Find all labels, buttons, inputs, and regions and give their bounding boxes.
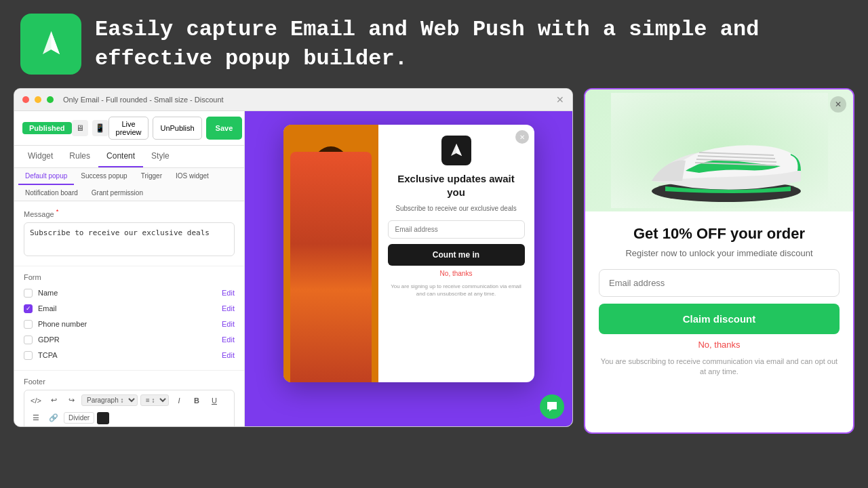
popup-title: Exclusive updates await you	[388, 172, 525, 199]
minimize-dot[interactable]	[35, 96, 41, 103]
form-row-phone: Phone number Edit	[24, 317, 235, 332]
chat-icon	[546, 401, 558, 413]
window-title: Only Email - Full rounded - Small size -…	[63, 96, 224, 104]
tab-ios-widget[interactable]: IOS widget	[169, 168, 216, 185]
checkbox-tcpa[interactable]	[24, 351, 33, 360]
shoe-cta-button[interactable]: Claim discount	[599, 304, 840, 334]
popup-logo	[441, 136, 471, 165]
popup-email-input[interactable]	[388, 220, 525, 239]
svg-rect-0	[283, 125, 378, 382]
builder-titlebar: Only Email - Full rounded - Small size -…	[14, 89, 572, 111]
label-phone: Phone number	[38, 320, 87, 328]
toolbar-buttons: Live preview UnPublish Save	[108, 117, 243, 140]
svg-point-3	[313, 162, 330, 209]
form-section: Form Name Edit Email Edit	[14, 266, 244, 371]
tab-notification-board[interactable]: Notification board	[18, 185, 85, 201]
tab-widget[interactable]: Widget	[20, 146, 61, 167]
chat-bubble[interactable]	[540, 394, 564, 419]
form-row-email: Email Edit	[24, 301, 235, 317]
popup-image-side	[283, 125, 378, 382]
header-title: Easily capture Email and Web Push with a…	[95, 15, 848, 73]
checkbox-email[interactable]	[24, 304, 33, 313]
unpublish-button[interactable]: UnPublish	[153, 117, 201, 140]
builder-toolbar: Published 🖥 📱 Live preview UnPublish Sav…	[14, 111, 244, 146]
popup-cta-button[interactable]: Count me in	[388, 244, 525, 266]
popup-footer-text: You are signing up to receive communicat…	[388, 283, 525, 298]
popup-preview: ✕	[283, 125, 534, 382]
edit-email-link[interactable]: Edit	[222, 304, 235, 312]
link-tool[interactable]: 🔗	[46, 411, 61, 426]
popup-no-thanks[interactable]: No, thanks	[440, 270, 473, 277]
content-sub-tabs: Default popup Success popup Trigger IOS …	[14, 168, 244, 201]
mobile-icon[interactable]: 📱	[92, 120, 108, 136]
message-section: Message * Subscribe to receive our exclu…	[14, 201, 244, 266]
popup-logo-icon	[447, 141, 466, 160]
paragraph-select[interactable]: Paragraph ↕	[81, 394, 138, 406]
divider-button[interactable]: Divider	[64, 412, 94, 424]
woman-figure-svg	[283, 125, 378, 382]
svg-point-7	[357, 323, 370, 340]
checkbox-name[interactable]	[24, 289, 33, 298]
label-email: Email	[38, 304, 57, 312]
svg-point-2	[313, 146, 349, 184]
italic-tool[interactable]: I	[172, 393, 186, 408]
underline-tool[interactable]: U	[207, 393, 222, 408]
shoe-footer-text: You are subscribing to receive communica…	[599, 357, 840, 378]
svg-point-4	[332, 162, 349, 209]
popup-subtitle: Subscribe to receive our exclusive deals	[395, 204, 516, 214]
builder-body: Published 🖥 📱 Live preview UnPublish Sav…	[14, 111, 572, 427]
tab-default-popup[interactable]: Default popup	[18, 168, 74, 185]
tab-style[interactable]: Style	[143, 146, 178, 167]
form-row-name: Name Edit	[24, 285, 235, 301]
tab-grant-permission[interactable]: Grant permission	[85, 185, 150, 201]
builder-preview: ✕	[245, 111, 572, 427]
form-label: Form	[24, 273, 235, 281]
desktop-icon[interactable]: 🖥	[72, 120, 88, 136]
main-area: Only Email - Full rounded - Small size -…	[0, 88, 868, 434]
tab-content[interactable]: Content	[98, 146, 143, 167]
svg-point-1	[314, 159, 348, 199]
fullscreen-dot[interactable]	[47, 96, 54, 103]
footer-toolbar: </> ↩ ↪ Paragraph ↕ ≡ ↕ I B U ☰ 🔗 Divide…	[24, 390, 235, 427]
window-close-icon[interactable]: ✕	[556, 94, 564, 105]
save-button[interactable]: Save	[206, 117, 243, 140]
footer-section: Footer </> ↩ ↪ Paragraph ↕ ≡ ↕ I B U ☰ 🔗…	[14, 371, 244, 427]
message-textarea[interactable]: Subscribe to receive our exclusive deals	[24, 222, 235, 256]
redo-tool[interactable]: ↪	[64, 393, 79, 408]
checkbox-gdpr[interactable]	[24, 336, 33, 344]
tab-success-popup[interactable]: Success popup	[74, 168, 134, 185]
edit-gdpr-link[interactable]: Edit	[222, 336, 235, 344]
code-tool[interactable]: </>	[28, 393, 43, 408]
edit-name-link[interactable]: Edit	[222, 289, 235, 297]
shoe-no-thanks[interactable]: No, thanks	[599, 340, 840, 350]
list-tool[interactable]: ☰	[28, 411, 43, 426]
edit-tcpa-link[interactable]: Edit	[222, 351, 235, 359]
undo-tool[interactable]: ↩	[46, 393, 61, 408]
close-dot[interactable]	[22, 96, 29, 103]
align-select[interactable]: ≡ ↕	[140, 394, 169, 406]
message-label: Message *	[24, 208, 235, 218]
logo-icon	[33, 26, 70, 63]
shoe-image-svg	[611, 93, 828, 208]
edit-phone-link[interactable]: Edit	[222, 320, 235, 328]
bold-tool[interactable]: B	[189, 393, 204, 408]
shoe-close-button[interactable]: ✕	[830, 96, 846, 113]
builder-sidebar: Published 🖥 📱 Live preview UnPublish Sav…	[14, 111, 245, 427]
popup-close-button[interactable]: ✕	[515, 130, 529, 144]
toolbar-icons: 🖥 📱	[72, 120, 108, 136]
form-row-tcpa: TCPA Edit	[24, 348, 235, 363]
checkbox-phone[interactable]	[24, 320, 33, 329]
builder-panel: Only Email - Full rounded - Small size -…	[14, 88, 573, 427]
svg-point-5	[316, 163, 346, 198]
color-picker[interactable]	[97, 412, 109, 424]
tab-rules[interactable]: Rules	[61, 146, 98, 167]
builder-main-tabs: Widget Rules Content Style	[14, 146, 244, 168]
shoe-image-area	[585, 89, 853, 211]
label-gdpr: GDPR	[38, 336, 60, 344]
shoe-title: Get 10% OFF your order	[599, 225, 840, 243]
header: Easily capture Email and Web Push with a…	[0, 0, 868, 88]
shoe-email-input[interactable]	[599, 269, 840, 297]
live-preview-button[interactable]: Live preview	[108, 117, 149, 140]
shoe-panel: ✕	[584, 88, 854, 434]
tab-trigger[interactable]: Trigger	[134, 168, 169, 185]
